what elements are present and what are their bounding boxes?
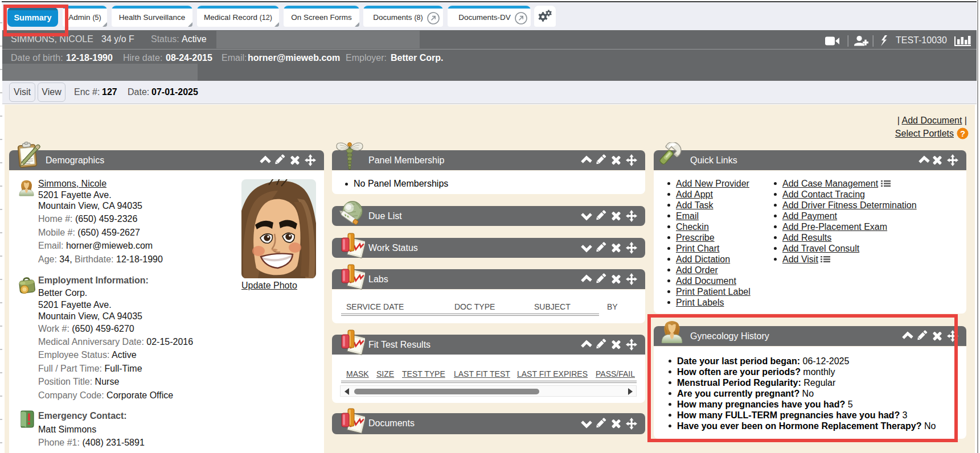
svg-text:?: ? — [960, 129, 965, 138]
